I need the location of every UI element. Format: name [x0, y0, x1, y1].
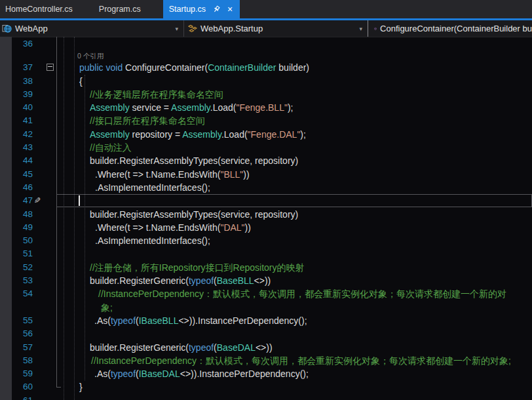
tab-label: Startup.cs: [169, 5, 206, 14]
code-text: //接口层所在程序集命名空间: [90, 114, 205, 127]
code-text: .AsImplementedInterfaces();: [95, 181, 210, 194]
line-number: 43: [0, 141, 33, 154]
chevron-down-icon: ▾: [359, 26, 362, 32]
code-text: 象;: [101, 301, 113, 314]
tab-homecontroller-cs[interactable]: HomeController.cs: [0, 0, 92, 18]
code-line-53[interactable]: 53builder.RegisterGeneric(typeof(BaseBLL…: [0, 274, 532, 287]
pin-icon: [211, 4, 221, 14]
line-number: 49: [0, 221, 33, 234]
code-line-49[interactable]: 49.Where(t => t.Name.EndsWith("DAL")): [0, 221, 532, 234]
code-text: //InstancePerDependency：默认模式，每次调用，都会重新实例…: [98, 287, 506, 300]
code-text: .As(typeof(IBaseBLL<>)).InstancePerDepen…: [94, 314, 307, 327]
code-text: //业务逻辑层所在程序集命名空间: [90, 88, 223, 101]
web-project-icon: [2, 24, 12, 33]
code-line-51[interactable]: 51: [0, 247, 532, 260]
code-line-43[interactable]: 43//自动注入: [0, 141, 532, 154]
line-number: 38: [0, 75, 33, 88]
code-line-38[interactable]: 38{: [0, 75, 532, 88]
pin-tab-button[interactable]: [212, 5, 220, 13]
code-text: builder.RegisterGeneric(typeof(BaseDAL<>…: [90, 341, 273, 354]
code-line-52[interactable]: 52//注册仓储，所有IRepository接口到Repository的映射: [0, 261, 532, 274]
code-line-wrap[interactable]: 象;: [0, 301, 532, 314]
code-line-36[interactable]: 36: [0, 37, 532, 50]
line-number: 60: [0, 380, 33, 393]
collapse-region-button[interactable]: [47, 64, 54, 71]
code-text: //注册仓储，所有IRepository接口到Repository的映射: [90, 261, 305, 274]
code-line-42[interactable]: 42Assembly repository = Assembly.Load("F…: [0, 128, 532, 141]
project-dropdown-label: WebApp: [15, 24, 48, 33]
line-number: 53: [0, 274, 33, 287]
tab-program-cs[interactable]: Program.cs: [92, 0, 163, 18]
codelens-references-label[interactable]: 0 个引用: [77, 50, 104, 61]
code-line-54[interactable]: 54//InstancePerDependency：默认模式，每次调用，都会重新…: [0, 287, 532, 300]
code-line-58[interactable]: 58//InstancePerDependency：默认模式，每次调用，都会重新…: [0, 354, 532, 367]
navigation-bar: WebApp ▾ WebApp.Startup ▾ ConfigureConta…: [0, 20, 532, 37]
code-text: }: [79, 380, 83, 393]
code-line-48[interactable]: 48builder.RegisterAssemblyTypes(service,…: [0, 208, 532, 221]
tab-label: Program.cs: [99, 5, 141, 14]
code-line-45[interactable]: 45.Where(t => t.Name.EndsWith("BLL")): [0, 168, 532, 181]
code-editor[interactable]: 360 个引用37public void ConfigureContainer(…: [0, 37, 532, 400]
code-text: builder.RegisterAssemblyTypes(service, r…: [90, 154, 298, 167]
code-text: .Where(t => t.Name.EndsWith("DAL")): [95, 221, 251, 234]
tab-startup-cs[interactable]: Startup.cs ×: [163, 0, 240, 18]
pencil-edit-icon: ✎: [34, 194, 41, 207]
line-number: 57: [0, 341, 33, 354]
code-line-47[interactable]: 47✎: [0, 194, 532, 207]
member-dropdown-label: ConfigureContainer(ContainerBuilder bu: [380, 24, 532, 33]
line-number: 36: [0, 37, 33, 50]
line-number: 40: [0, 101, 33, 114]
document-tab-bar: HomeController.cs Program.cs Startup.cs …: [0, 0, 532, 18]
code-line-60[interactable]: 60}: [0, 380, 532, 393]
code-lines: 360 个引用37public void ConfigureContainer(…: [0, 37, 532, 400]
code-text: //InstancePerDependency：默认模式，每次调用，都会重新实例…: [91, 354, 511, 367]
code-line-59[interactable]: 59.As(typeof(IBaseDAL<>)).InstancePerDep…: [0, 367, 532, 380]
code-line-57[interactable]: 57builder.RegisterGeneric(typeof(BaseDAL…: [0, 341, 532, 354]
type-dropdown[interactable]: WebApp.Startup ▾: [184, 20, 368, 37]
code-line-55[interactable]: 55.As(typeof(IBaseBLL<>)).InstancePerDep…: [0, 314, 532, 327]
codelens-row[interactable]: 0 个引用: [0, 50, 532, 61]
code-text: {: [79, 75, 83, 88]
code-text: Assembly repository = Assembly.Load("Fen…: [90, 128, 306, 141]
line-number: 61: [0, 394, 33, 400]
close-tab-button[interactable]: ×: [226, 5, 234, 14]
tab-label: HomeController.cs: [5, 5, 73, 14]
project-dropdown[interactable]: WebApp ▾: [0, 20, 183, 37]
code-text: .Where(t => t.Name.EndsWith("BLL")): [95, 168, 250, 181]
code-line-37[interactable]: 37public void ConfigureContainer(Contain…: [0, 61, 532, 74]
line-number: 41: [0, 114, 33, 127]
line-number: 58: [0, 354, 33, 367]
code-text: public void ConfigureContainer(Container…: [79, 61, 309, 74]
code-text: .As(typeof(IBaseDAL<>)).InstancePerDepen…: [94, 367, 309, 380]
chevron-down-icon: ▾: [175, 26, 178, 32]
line-number: 47: [0, 194, 33, 207]
line-number: 51: [0, 247, 33, 260]
code-line-50[interactable]: 50.AsImplementedInterfaces();: [0, 234, 532, 247]
line-number: 48: [0, 208, 33, 221]
line-number: 56: [0, 327, 33, 340]
code-line-46[interactable]: 46.AsImplementedInterfaces();: [0, 181, 532, 194]
line-number: 44: [0, 154, 33, 167]
code-text: builder.RegisterAssemblyTypes(service, r…: [90, 208, 298, 221]
code-text: //自动注入: [90, 141, 132, 154]
type-dropdown-label: WebApp.Startup: [200, 24, 263, 33]
code-line-41[interactable]: 41//接口层所在程序集命名空间: [0, 114, 532, 127]
code-line-44[interactable]: 44builder.RegisterAssemblyTypes(service,…: [0, 154, 532, 167]
code-line-61[interactable]: 61: [0, 394, 532, 400]
code-line-39[interactable]: 39//业务逻辑层所在程序集命名空间: [0, 88, 532, 101]
line-number: 45: [0, 168, 33, 181]
line-number: 52: [0, 261, 33, 274]
code-line-56[interactable]: 56: [0, 327, 532, 340]
code-text: Assembly service = Assembly.Load("Fenge.…: [90, 101, 293, 114]
class-icon: [188, 24, 197, 33]
code-text: .AsImplementedInterfaces();: [95, 234, 210, 247]
line-number: 39: [0, 88, 33, 101]
line-number: 50: [0, 234, 33, 247]
member-dropdown[interactable]: ConfigureContainer(ContainerBuilder bu: [368, 20, 532, 37]
code-text: builder.RegisterGeneric(typeof(BaseBLL<>…: [90, 274, 271, 287]
line-number: 55: [0, 314, 33, 327]
line-number: 42: [0, 128, 33, 141]
line-number: 46: [0, 181, 33, 194]
text-caret: [79, 195, 80, 206]
code-line-40[interactable]: 40Assembly service = Assembly.Load("Feng…: [0, 101, 532, 114]
